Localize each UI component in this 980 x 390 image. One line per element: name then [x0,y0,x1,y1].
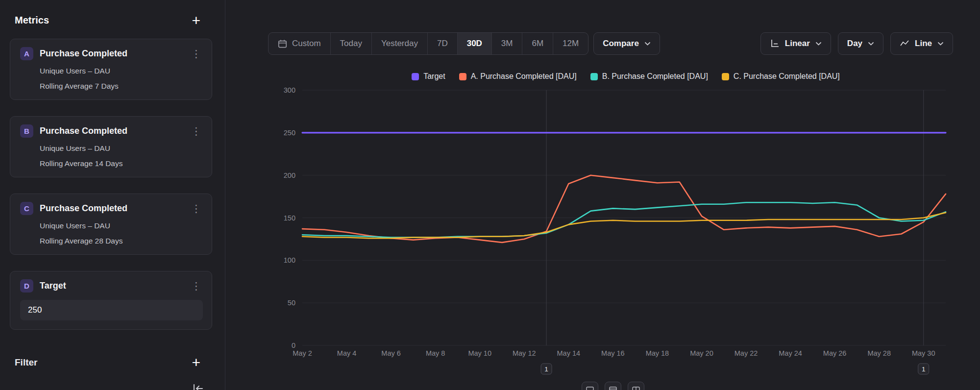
legend-label: Target [423,72,445,81]
legend-label: A. Purchase Completed [DAU] [471,72,577,81]
metric-badge: D [20,279,33,292]
x-axis-label: May 26 [823,349,847,357]
range-label: 30D [467,39,482,49]
x-axis-label: May 6 [381,349,401,357]
annotation-badge-label: 1 [544,366,548,373]
metric-subtitle: Unique Users – DAU [40,67,203,75]
x-axis-label: May 22 [735,349,758,357]
range-label: Yesterday [381,39,418,49]
x-axis-label: May 24 [779,349,802,357]
range-label: Today [340,39,362,49]
metric-card-list: A Purchase Completed ⋮ Unique Users – DA… [0,39,225,330]
range-label: 12M [563,39,579,49]
scale-label: Linear [785,39,810,49]
metric-title: Purchase Completed [40,126,190,136]
metric-card-b[interactable]: B Purchase Completed ⋮ Unique Users – DA… [10,116,212,177]
chart-action-button-1[interactable] [582,382,598,390]
x-axis-label: May 12 [513,349,536,357]
chart-toolbar: CustomTodayYesterday7D30D3M6M12M Compare… [268,32,953,55]
kebab-menu-icon[interactable]: ⋮ [190,282,203,291]
axis-scale-icon [770,39,780,49]
range-6m[interactable]: 6M [522,33,553,54]
add-metric-button[interactable]: + [192,15,200,26]
scale-button[interactable]: Linear [760,32,831,55]
chart-action-button-3[interactable] [628,382,644,390]
legend-swatch [412,73,419,80]
metric-card-c[interactable]: C Purchase Completed ⋮ Unique Users – DA… [10,194,212,255]
target-title: Target [40,281,190,291]
metric-subtitle: Unique Users – DAU [40,144,203,153]
collapse-sidebar-icon[interactable] [192,382,204,390]
target-value-input[interactable] [20,300,203,320]
range-3m[interactable]: 3M [491,33,522,54]
granularity-label: Day [847,39,862,49]
metric-title: Purchase Completed [40,203,190,214]
filter-title: Filter [15,357,37,368]
x-axis-label: May 2 [293,349,312,357]
legend-swatch [590,73,598,80]
legend-item[interactable]: Target [412,72,445,81]
range-30d[interactable]: 30D [457,33,491,54]
metric-badge: A [20,47,33,60]
range-label: 6M [532,39,543,49]
x-axis-label: May 14 [557,349,581,357]
metric-subtitle: Unique Users – DAU [40,221,203,230]
x-axis-label: May 20 [690,349,713,357]
annotation-badge-label: 1 [922,366,926,373]
chart-legend: TargetA. Purchase Completed [DAU]B. Purc… [302,72,949,81]
x-axis-label: May 4 [337,349,357,357]
legend-label: B. Purchase Completed [DAU] [602,72,708,81]
calendar-icon [278,39,287,49]
range-12m[interactable]: 12M [553,33,588,54]
chart-action-button-2[interactable] [605,382,621,390]
x-axis-label: May 30 [912,349,935,357]
range-yesterday[interactable]: Yesterday [371,33,427,54]
metrics-header: Metrics + [0,0,225,39]
target-card[interactable]: D Target ⋮ [10,271,212,330]
metric-detail: Rolling Average 7 Days [40,82,203,91]
legend-item[interactable]: B. Purchase Completed [DAU] [590,72,708,81]
range-7d[interactable]: 7D [427,33,457,54]
x-axis-label: May 8 [426,349,445,357]
legend-swatch [722,73,729,80]
y-axis-label: 0 [292,341,295,349]
kebab-menu-icon[interactable]: ⋮ [190,49,203,58]
metric-badge: C [20,202,33,215]
range-today[interactable]: Today [330,33,371,54]
chart-panel: CustomTodayYesterday7D30D3M6M12M Compare… [226,0,980,390]
chart-canvas: 05010015020025030011May 2May 4May 6May 8… [265,83,951,377]
metrics-sidebar: Metrics + A Purchase Completed ⋮ Unique … [0,0,225,390]
range-label: 7D [437,39,448,49]
chart-bottom-toolbar [582,382,644,390]
y-axis-label: 250 [284,129,295,137]
metric-title: Purchase Completed [40,49,190,59]
chevron-down-icon [644,42,651,46]
legend-label: C. Purchase Completed [DAU] [734,72,840,81]
chevron-down-icon [815,42,822,46]
legend-item[interactable]: C. Purchase Completed [DAU] [722,72,840,81]
range-custom[interactable]: Custom [269,33,330,54]
chart-type-button[interactable]: Line [890,32,953,55]
x-axis-label: May 16 [601,349,625,357]
compare-button[interactable]: Compare [593,32,660,55]
granularity-button[interactable]: Day [838,32,883,55]
legend-item[interactable]: A. Purchase Completed [DAU] [459,72,577,81]
y-axis-label: 300 [284,86,295,94]
compare-label: Compare [603,39,639,49]
x-axis-label: May 10 [468,349,491,357]
metric-card-a[interactable]: A Purchase Completed ⋮ Unique Users – DA… [10,39,212,100]
line-chart-icon [900,39,909,49]
add-filter-button[interactable]: + [192,357,200,368]
x-axis-label: May 18 [646,349,669,357]
range-label: 3M [501,39,513,49]
kebab-menu-icon[interactable]: ⋮ [190,204,203,213]
range-label: Custom [292,39,321,49]
metrics-title: Metrics [15,15,49,26]
filter-header: Filter + [0,357,225,368]
line-chart: 05010015020025030011May 2May 4May 6May 8… [265,83,951,377]
y-axis-label: 100 [284,256,295,264]
kebab-menu-icon[interactable]: ⋮ [190,127,203,136]
series-line[interactable] [302,213,946,238]
metric-detail: Rolling Average 14 Days [40,159,203,168]
metric-detail: Rolling Average 28 Days [40,237,203,245]
